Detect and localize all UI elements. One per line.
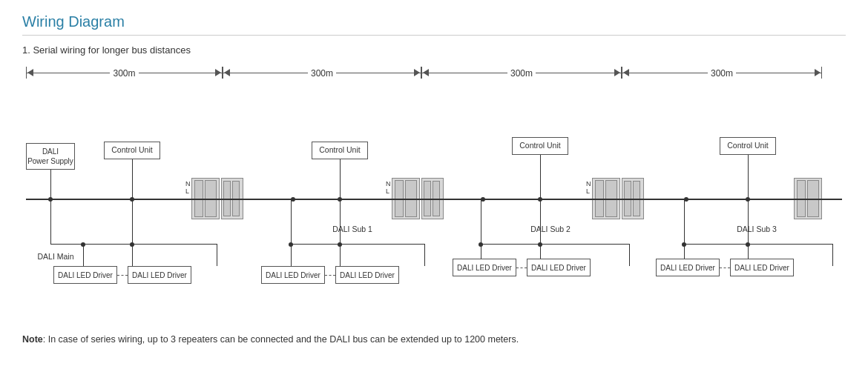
dashed-1 bbox=[117, 275, 128, 276]
vline-cu1-up bbox=[340, 159, 341, 199]
page-title: Wiring Diagram bbox=[22, 13, 846, 30]
vline-sub3 bbox=[684, 199, 685, 245]
led-driver-2a: DALI LED Driver bbox=[261, 266, 325, 284]
vline-led1a bbox=[83, 244, 84, 266]
led-driver-4a: DALI LED Driver bbox=[656, 259, 720, 276]
control-unit-2: Control Unit bbox=[512, 137, 568, 155]
vline-cu2-up bbox=[540, 155, 541, 199]
note-bold: Note bbox=[22, 334, 43, 345]
dot-led4b bbox=[746, 242, 750, 247]
distance-arrow-3: 300m bbox=[421, 63, 622, 84]
led-driver-3a: DALI LED Driver bbox=[453, 259, 516, 276]
vline-cu0-down bbox=[132, 199, 133, 244]
vline-sub2 bbox=[481, 199, 481, 245]
vline-sub1 bbox=[291, 199, 292, 245]
control-unit-3: Control Unit bbox=[720, 137, 776, 155]
led-driver-3b: DALI LED Driver bbox=[527, 259, 591, 276]
page-container: Wiring Diagram 1. Serial wiring for long… bbox=[0, 0, 868, 392]
dashed-3 bbox=[516, 268, 527, 268]
vline-cu3-down bbox=[748, 199, 749, 244]
led-driver-1a: DALI LED Driver bbox=[53, 266, 117, 284]
distance-arrow-2: 300m bbox=[223, 63, 421, 84]
subtitle: 1. Serial wiring for longer bus distance… bbox=[22, 44, 846, 56]
dashed-2 bbox=[325, 275, 335, 276]
distance-label-1: 300m bbox=[110, 68, 138, 79]
dali-sub1-label: DALI Sub 1 bbox=[323, 225, 382, 233]
led-driver-4b: DALI LED Driver bbox=[730, 259, 794, 276]
nl-label-3: NL bbox=[586, 180, 591, 195]
distance-label-4: 300m bbox=[708, 68, 736, 79]
led-driver-1b: DALI LED Driver bbox=[128, 266, 191, 284]
vline-led3c bbox=[629, 244, 630, 266]
led-driver-2b: DALI LED Driver bbox=[335, 266, 399, 284]
hline-led2 bbox=[291, 244, 424, 245]
vline-led2a bbox=[291, 244, 292, 266]
note-area: Note: In case of series wiring, up to 3 … bbox=[22, 334, 846, 345]
distance-arrow-4: 300m bbox=[622, 63, 822, 84]
dot-led2b bbox=[338, 242, 342, 247]
dot-led3b bbox=[538, 242, 542, 247]
control-unit-1: Control Unit bbox=[312, 142, 368, 159]
dot-led1b bbox=[130, 242, 134, 247]
dot-led1 bbox=[81, 242, 85, 247]
vline-cu2-down bbox=[540, 199, 541, 244]
distance-label-2: 300m bbox=[308, 68, 336, 79]
dali-sub3-label: DALI Sub 3 bbox=[727, 225, 786, 233]
vline-led1c bbox=[217, 244, 217, 266]
vline-led2c bbox=[424, 244, 425, 266]
vline-led2b bbox=[340, 244, 341, 266]
vline-led1b bbox=[132, 244, 133, 266]
vline-cu3-up bbox=[748, 155, 749, 199]
nl-label-1: NL bbox=[185, 180, 191, 195]
vline-ps bbox=[50, 170, 51, 199]
hline-led3 bbox=[481, 244, 629, 245]
control-unit-0: Control Unit bbox=[104, 142, 160, 159]
nl-label-2: NL bbox=[386, 180, 391, 195]
dashed-4 bbox=[720, 268, 730, 268]
distance-label-3: 300m bbox=[507, 68, 536, 79]
hline-main bbox=[50, 244, 132, 245]
vline-led4c bbox=[832, 244, 833, 266]
vline-cu0 bbox=[132, 159, 133, 199]
diagram-area: 300m 300m 300m 300m bbox=[22, 63, 846, 330]
vline-main-down bbox=[50, 199, 51, 245]
dali-ps-box: DALI Power Supply bbox=[26, 143, 75, 170]
vline-cu1-down bbox=[340, 199, 341, 244]
distance-arrow-1: 300m bbox=[26, 63, 223, 84]
divider bbox=[22, 35, 846, 36]
note-text: : In case of series wiring, up to 3 repe… bbox=[43, 334, 519, 345]
main-bus-line bbox=[26, 199, 842, 200]
hline-led4 bbox=[684, 244, 832, 245]
dali-sub2-label: DALI Sub 2 bbox=[521, 225, 580, 233]
dali-main-label: DALI Main bbox=[26, 252, 85, 261]
